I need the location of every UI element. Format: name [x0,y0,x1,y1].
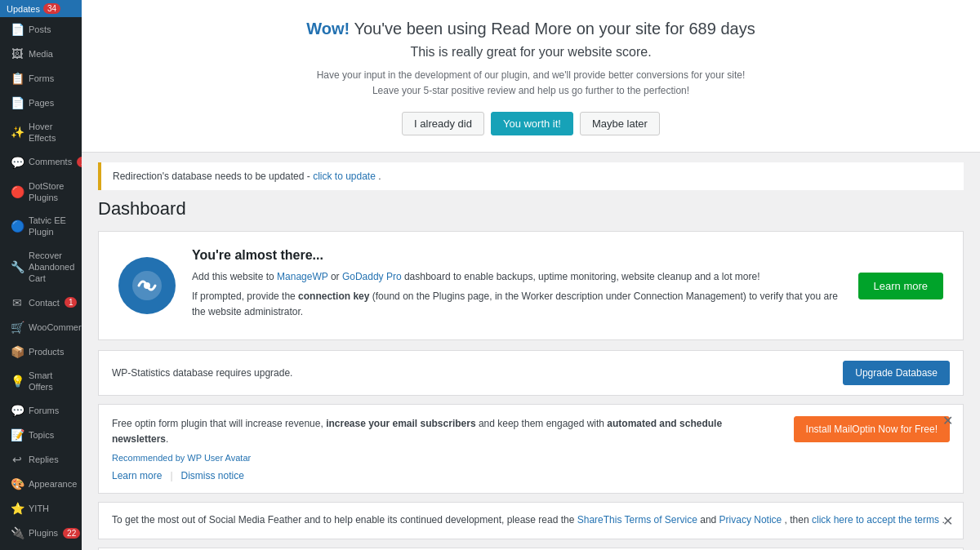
smart-offers-icon: 💡 [11,375,24,388]
sidebar-item-dotstore[interactable]: 🔴 DotStore Plugins [0,175,82,210]
sidebar-item-plugins[interactable]: 🔌 Plugins 22 [0,521,82,545]
mailoptin-learn-more-link[interactable]: Learn more [112,470,162,481]
woocommerce-icon: 🛒 [11,321,24,334]
svg-point-1 [144,282,150,289]
social-feather-close-icon[interactable]: ✕ [942,511,953,532]
sidebar: Updates 34 📄 Posts 🖼 Media 📋 Forms 📄 Pag… [0,0,82,550]
social-feather-notice: ✕ To get the most out of Social Media Fe… [98,502,964,539]
mailoptin-notice: ✕ Free optin form plugin that will incre… [98,404,964,494]
sidebar-item-pages[interactable]: 📄 Pages [0,91,82,115]
sidebar-item-users[interactable]: 👤 Users [0,545,82,550]
sidebar-item-comments[interactable]: 💬 Comments 2 [0,150,82,175]
sidebar-item-forums[interactable]: 💬 Forums [0,398,82,423]
mailoptin-dismiss-link[interactable]: Dismiss notice [181,470,244,481]
sharethis-tos-link[interactable]: ShareThis Terms of Service [577,514,697,526]
sidebar-item-label: Plugins [29,527,58,539]
you-worth-it-button[interactable]: You worth it! [491,112,573,135]
wow-subtitle: This is really great for your website sc… [114,45,947,60]
learn-more-button[interactable]: Learn more [858,273,943,299]
comments-icon: 💬 [11,156,24,169]
updates-badge: 34 [43,3,60,14]
sidebar-item-tatvic[interactable]: 🔵 Tatvic EE Plugin [0,209,82,244]
sidebar-item-recover-cart[interactable]: 🔧 Recover Abandoned Cart [0,244,82,291]
mailoptin-footer: Learn more | Dismiss notice [112,470,950,481]
sidebar-item-posts[interactable]: 📄 Posts [0,17,82,42]
forums-icon: 💬 [11,404,24,417]
sidebar-item-replies[interactable]: ↩ Replies [0,447,82,472]
recommended-link[interactable]: Recommended by WP User Avatar [112,453,251,463]
privacy-notice-link[interactable]: Privacy Notice [719,514,782,526]
sidebar-item-label: Pages [29,97,54,109]
managewp-card: You're almost there... Add this website … [98,231,964,340]
sidebar-item-label: Replies [29,454,59,465]
main-content: Wow! You've been using Read More on your… [82,0,980,550]
sidebar-item-label: Topics [29,429,54,441]
sidebar-item-hover-effects[interactable]: ✨ Hover Effects [0,115,82,150]
install-mailoptin-button[interactable]: Install MailOptin Now for Free! [794,416,950,442]
sidebar-item-label: Forums [29,405,59,416]
sidebar-updates-header[interactable]: Updates 34 [0,0,82,17]
yith-icon: ⭐ [11,502,24,515]
forms-icon: 📋 [11,72,24,85]
appearance-icon: 🎨 [11,477,24,490]
sidebar-item-label: Comments [29,156,72,167]
managewp-line2: If prompted, provide the connection key … [192,289,842,320]
sidebar-item-media[interactable]: 🖼 Media [0,42,82,66]
i-already-did-button[interactable]: I already did [402,112,484,135]
godaddy-link[interactable]: GoDaddy Pro [342,271,402,282]
sidebar-item-label: Media [29,48,53,60]
contact-icon: ✉ [11,296,24,309]
managewp-link[interactable]: ManageWP [277,271,327,282]
sidebar-item-label: Contact [29,297,60,308]
sidebar-item-smart-offers[interactable]: 💡 Smart Offers [0,364,82,399]
topics-icon: 📝 [11,428,24,441]
sidebar-item-topics[interactable]: 📝 Topics [0,423,82,447]
maybe-later-button[interactable]: Maybe later [580,112,660,135]
managewp-content: You're almost there... Add this website … [192,248,842,323]
contact-badge: 1 [65,297,78,308]
wow-banner: Wow! You've been using Read More on your… [82,0,980,153]
pages-icon: 📄 [11,96,24,109]
managewp-heading: You're almost there... [192,248,842,263]
sidebar-item-label: Tatvic EE Plugin [29,215,74,238]
page-content: Redirection's database needs to be updat… [82,153,980,550]
sidebar-item-label: YITH [29,503,49,514]
plugins-icon: 🔌 [11,526,24,539]
wow-buttons: I already did You worth it! Maybe later [114,112,947,135]
wpmail-notice: ✕ Are you enjoying WP Mail SMTP? Yes Not… [98,548,964,551]
sidebar-item-label: Posts [29,24,51,35]
upgrade-database-button[interactable]: Upgrade Database [843,361,950,385]
page-title: Dashboard [98,198,964,220]
accept-terms-link[interactable]: click here to accept the terms [812,514,939,526]
replies-icon: ↩ [11,453,24,466]
sidebar-item-appearance[interactable]: 🎨 Appearance [0,472,82,496]
sidebar-item-label: Smart Offers [29,370,74,393]
wow-title: Wow! You've been using Read More on your… [114,20,947,38]
media-icon: 🖼 [11,47,24,60]
recover-cart-icon: 🔧 [11,260,24,273]
sidebar-item-label: Products [29,346,64,357]
sidebar-item-label: Hover Effects [29,121,74,144]
sidebar-item-yith[interactable]: ⭐ YITH [0,496,82,521]
sidebar-item-contact[interactable]: ✉ Contact 1 [0,291,82,315]
sidebar-item-forms[interactable]: 📋 Forms [0,66,82,91]
sidebar-item-woocommerce[interactable]: 🛒 WooCommerce [0,315,82,339]
tatvic-icon: 🔵 [11,220,24,233]
hover-effects-icon: ✨ [11,126,24,139]
redirection-link[interactable]: click to update [313,171,376,182]
wow-title-text: You've been using Read More on your site… [350,20,755,38]
mailoptin-close-icon[interactable]: ✕ [942,413,953,428]
sidebar-item-products[interactable]: 📦 Products [0,339,82,364]
managewp-line1: Add this website to ManageWP or GoDaddy … [192,269,842,285]
mailoptin-top: Free optin form plugin that will increas… [112,416,950,464]
dotstore-icon: 🔴 [11,185,24,198]
sidebar-item-label: Recover Abandoned Cart [29,250,74,285]
sidebar-item-label: Forms [29,73,54,84]
sidebar-item-label: Appearance [29,478,77,490]
redirection-notice: Redirection's database needs to be updat… [98,162,964,190]
posts-icon: 📄 [11,23,24,36]
wow-desc: Have your input in the development of ou… [114,68,947,99]
updates-label: Updates [7,4,40,14]
products-icon: 📦 [11,345,24,358]
managewp-logo [118,257,176,314]
